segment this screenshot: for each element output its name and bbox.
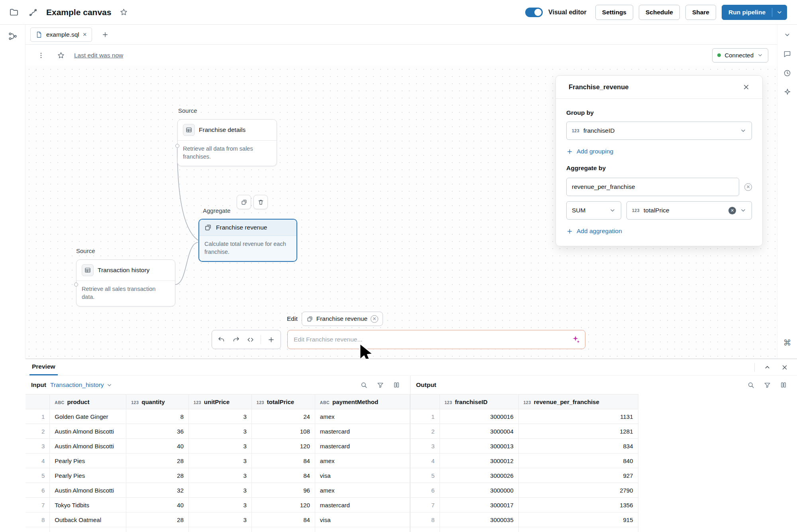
table-row[interactable]: 83000035915 [410, 512, 638, 527]
redo-icon[interactable] [232, 334, 241, 345]
column-type-icon: 123 [131, 400, 139, 405]
table-row[interactable]: 730000171356 [410, 498, 638, 512]
editor-status-bar: Last edit was now Connected [26, 45, 777, 66]
connection-status-dropdown[interactable]: Connected [712, 48, 768, 63]
schedule-button[interactable]: Schedule [639, 5, 680, 20]
connector-dot[interactable] [74, 283, 78, 287]
table-cell: mastercard [315, 498, 410, 512]
table-icon [82, 264, 94, 276]
remove-aggregation-icon[interactable]: ✕ [744, 183, 752, 191]
table-row[interactable]: 7Tokyo Tidbits403120mastercard [26, 498, 410, 512]
search-icon[interactable] [359, 380, 369, 390]
add-aggregation-link[interactable]: Add aggregation [566, 228, 752, 235]
run-pipeline-chevron-icon[interactable] [772, 9, 787, 16]
table-row[interactable]: 6Austin Almond Biscotti32396amex [26, 483, 410, 498]
node-franchise-revenue[interactable]: Franchise revenue Calculate total revenu… [198, 219, 297, 262]
trash-icon[interactable] [253, 195, 268, 209]
node-franchise-details[interactable]: Franchise details Retrieve all data from… [177, 119, 277, 166]
columns-icon[interactable] [392, 380, 401, 390]
settings-button[interactable]: Settings [595, 5, 633, 20]
aggregate-function-select[interactable]: SUM [566, 201, 621, 220]
table-row[interactable]: 3Austin Almond Biscotti403120mastercard [26, 439, 410, 453]
input-source-dropdown[interactable]: Transaction_history [50, 381, 112, 389]
star-icon[interactable] [54, 49, 68, 62]
run-pipeline-button[interactable]: Run pipeline [722, 5, 787, 20]
column-header[interactable]: ABCproduct [50, 395, 126, 409]
filter-icon[interactable] [375, 380, 385, 390]
comments-icon[interactable] [781, 47, 794, 61]
filter-icon[interactable] [762, 380, 772, 390]
table-row[interactable]: 5Pearly Pies28384visa [26, 468, 410, 483]
kebab-menu-icon[interactable] [34, 49, 48, 62]
assistant-sparkle-icon[interactable] [571, 335, 580, 344]
column-header[interactable]: 123quantity [126, 395, 189, 409]
pipeline-canvas[interactable]: Source Franchise details Retrieve all da… [26, 66, 777, 359]
table-row[interactable]: 630000002790 [410, 483, 638, 498]
table-cell: 120 [251, 498, 315, 512]
table-cell: 3000016 [440, 409, 518, 424]
table-row[interactable]: 1Golden Gate Ginger8324amex [26, 409, 410, 424]
run-pipeline-label: Run pipeline [722, 9, 772, 16]
code-view-icon[interactable] [246, 334, 255, 345]
edit-prompt-input[interactable] [287, 330, 585, 349]
column-header[interactable]: 123unitPrice [188, 395, 251, 409]
close-preview-icon[interactable] [779, 362, 790, 373]
edit-target-chip[interactable]: Franchise revenue ✕ [302, 312, 383, 326]
connector-dot[interactable] [175, 144, 179, 148]
table-cell: 84 [251, 468, 315, 483]
table-cell: Tokyo Tidbits [50, 498, 126, 512]
aggregate-name-input[interactable] [566, 178, 739, 196]
collapse-panel-chevron-icon[interactable] [781, 28, 794, 41]
table-row[interactable]: 130000161131 [410, 409, 638, 424]
table-cell: 84 [251, 453, 315, 468]
remove-chip-icon[interactable]: ✕ [371, 315, 378, 323]
add-grouping-link[interactable]: Add grouping [566, 148, 752, 155]
undo-icon[interactable] [217, 334, 226, 345]
aggregate-column-select[interactable]: 123 totalPrice ✕ [626, 201, 752, 220]
search-icon[interactable] [746, 380, 756, 390]
table-row[interactable]: 4Pearly Pies28384amex [26, 453, 410, 468]
table-row[interactable]: 8Outback Oatmeal28384visa [26, 512, 410, 527]
command-icon[interactable]: ⌘ [783, 338, 791, 347]
panel-close-icon[interactable] [739, 80, 753, 94]
column-header[interactable]: ABCpaymentMethod [315, 395, 410, 409]
table-cell: visa [315, 512, 410, 527]
last-edit-link[interactable]: Last edit was now [74, 52, 123, 59]
table-row[interactable]: 33000013834 [410, 439, 638, 453]
node-type-label: Source [76, 247, 95, 254]
column-header[interactable]: 123revenue_per_franchise [518, 395, 638, 409]
table-cell: amex [315, 409, 410, 424]
assistant-sparkle-icon[interactable] [781, 85, 794, 99]
toolbar-divider [261, 335, 261, 344]
table-cell: 24 [251, 409, 315, 424]
table-cell: 3 [188, 424, 251, 439]
column-header[interactable]: 123totalPrice [251, 395, 315, 409]
row-number: 1 [26, 409, 50, 424]
collapse-preview-icon[interactable] [762, 362, 772, 373]
new-tab-icon[interactable] [98, 28, 112, 41]
duplicate-icon[interactable] [237, 195, 251, 209]
group-by-select[interactable]: 123 franchiseID [566, 122, 752, 140]
row-number: 5 [26, 468, 50, 483]
tab-close-icon[interactable]: × [83, 31, 87, 38]
table-row[interactable]: 53000026927 [410, 468, 638, 483]
history-icon[interactable] [781, 66, 794, 80]
add-node-icon[interactable] [267, 334, 276, 345]
tab-example-sql[interactable]: example.sql × [30, 27, 92, 42]
share-button[interactable]: Share [685, 5, 716, 20]
table-row[interactable]: 43000012840 [410, 453, 638, 468]
columns-icon[interactable] [779, 380, 788, 390]
visual-editor-toggle[interactable] [525, 8, 543, 17]
favorite-star-icon[interactable] [117, 6, 130, 19]
column-header[interactable]: 123franchiseID [440, 395, 518, 409]
node-transaction-history[interactable]: Transaction history Retrieve all sales t… [76, 259, 175, 306]
table-row[interactable]: 230000041281 [410, 424, 638, 439]
table-row[interactable]: 2Austin Almond Biscotti363108mastercard [26, 424, 410, 439]
table-cell: Pearly Pies [50, 468, 126, 483]
tab-preview[interactable]: Preview [29, 359, 58, 375]
clear-column-icon[interactable]: ✕ [728, 207, 736, 214]
folder-icon[interactable] [7, 6, 21, 19]
lineage-icon[interactable] [6, 29, 20, 43]
table-cell: 3000035 [440, 512, 518, 527]
preview-divider [754, 363, 755, 372]
